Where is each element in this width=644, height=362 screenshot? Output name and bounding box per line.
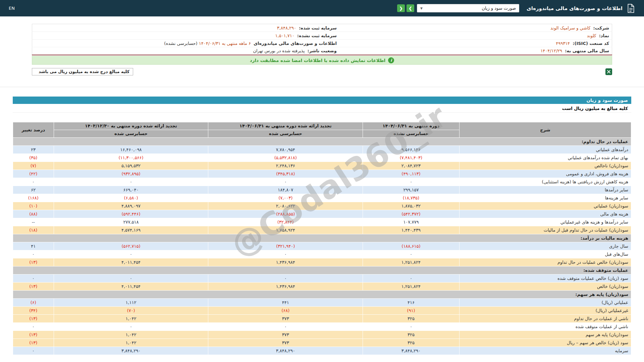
section-header-label: هزینه مالیات بر درآمد:	[13, 234, 631, 242]
value-restated-annual: ۳,۸۴۸,۲۹۰	[54, 347, 208, 355]
value-restated-annual: ۴,۸۸۹,۰۹۷	[54, 202, 208, 210]
value-restated-interim: ۳,۸۴۸,۲۹۰	[208, 347, 363, 355]
value-current-period: ۱,۸۷۵,۰۳۲	[363, 202, 460, 210]
value-restated-annual: (۹۳۲,۸۹۵)	[54, 170, 208, 178]
value-restated-interim: (۵,۵۳۲,۸۱۸)	[208, 154, 363, 162]
income-statement-section: صورت سود و زیان کلیه مبالغ به میلیون ریا…	[13, 97, 631, 355]
value-current-period: ۳۲۵	[363, 339, 460, 347]
value-restated-annual: (۷۰)	[54, 306, 208, 314]
table-header: شرح دوره منتهی به ۱۴۰۴/۰۶/۳۱ تجدید ارائه…	[13, 122, 631, 137]
value-restated-interim: ۳۷۳	[208, 339, 363, 347]
col-header-restated-annual: تجدید ارائه شده دوره منتهی به ۱۴۰۳/۱۲/۳۰	[54, 122, 208, 130]
row-label: سال‌های قبل	[459, 250, 631, 258]
value-percent-change: ۴۱	[13, 242, 54, 250]
value-restated-interim: ۷,۷۸۰,۹۵۴	[208, 145, 363, 154]
value-restated-interim: (۶۸)	[208, 306, 363, 314]
value-restated-annual: (۵۹۲,۴۴۶)	[54, 210, 208, 218]
row-label: غیرعملیاتي (ریال)	[459, 306, 631, 314]
section-header-row: سود(زیان) پایه هر سهم:	[13, 290, 631, 298]
isic-label: کد صنعت (ISIC):	[573, 41, 609, 46]
table-row: بهای تمام شده درآمدهای عملیاتي(۷,۴۸۱,۴۰۳…	[13, 154, 631, 162]
section-header-label: عملیات در حال تداوم:	[13, 137, 631, 145]
value-restated-interim: ۳۷۳	[208, 330, 363, 339]
col-subheader-audit-current: حسابرسی نشده	[363, 130, 460, 137]
value-restated-annual: ۰	[54, 178, 208, 186]
next-statement-button[interactable]: ❯	[407, 4, 414, 12]
row-label: هزینه کاهش ارزش دریافتنی ها (هزینه استثن…	[459, 178, 631, 186]
value-current-period: ۱۰۷,۷۷۹	[363, 218, 460, 226]
row-label: هزینه های فروش، اداری و عمومی	[459, 170, 631, 178]
value-restated-annual: ۴,۵۷۴,۱۶۹	[54, 226, 208, 234]
info-icon: i	[388, 57, 394, 63]
value-percent-change: ۰	[13, 322, 54, 330]
table-row: سود (زیان) خالص عملیات متوقف شده۰۰۰۰	[13, 274, 631, 282]
value-restated-annual: ۱,۰۴۲	[54, 314, 208, 322]
statement-title-bar: صورت سود و زیان	[13, 97, 631, 104]
company-info-table: شرکت: کاشي و سراميک الوند سرمایه ثبت شده…	[32, 24, 612, 55]
period-info-value: ۶ ماهه منتهی به ۱۴۰۴/۰۶/۳۱	[199, 41, 251, 46]
value-percent-change: (۱۸)	[13, 226, 54, 234]
fiscal-year-label: سال مالی منتهی به:	[565, 48, 609, 53]
prev-statement-button[interactable]: ❮	[397, 4, 405, 12]
company-value: کاشي و سراميک الوند	[550, 25, 590, 31]
value-current-period: ۳۲۵	[363, 330, 460, 339]
table-row: سرمایه۳,۸۴۸,۲۹۰۳,۸۴۸,۲۹۰۳,۸۴۸,۲۹۰۰	[13, 347, 631, 355]
table-row: سود(زیان) خالص عملیات در حال تداوم۱,۲۵۱,…	[13, 258, 631, 266]
section-header-row: عملیات متوقف شده:	[13, 266, 631, 274]
col-subheader-audit-interim: حسابرسی شده	[208, 130, 363, 137]
income-statement-table: شرح دوره منتهی به ۱۴۰۴/۰۶/۳۱ تجدید ارائه…	[13, 122, 631, 355]
row-label: هزینه های مالی	[459, 210, 631, 218]
info-row-symbol: نماد: کلوند سرمایه ثبت نشده: ۱,۵۰۱,۷۱۰	[32, 32, 612, 40]
value-percent-change: (۷)	[13, 162, 54, 170]
section-header-row: عملیات در حال تداوم:	[13, 137, 631, 145]
row-label: سود (زیان) خالص هر سهم – ریال	[459, 339, 631, 347]
unregistered-capital-label: سرمایه ثبت نشده:	[297, 33, 337, 38]
value-restated-interim: (۲۸۸,۸۵۵)	[208, 210, 363, 218]
table-row: سود (زیان) خالص هر سهم – ریال۳۲۵۳۷۳۱,۰۴۲…	[13, 339, 631, 347]
info-row-fiscal-year: سال مالی منتهی به: ۱۴۰۴/۱۲/۲۹ وضعیت ناشر…	[32, 47, 612, 55]
value-current-period: (۵۴۲,۳۷۲)	[363, 210, 460, 218]
value-percent-change: (۳۴)	[13, 306, 54, 314]
section-header-label: سود(زیان) پایه هر سهم:	[13, 290, 631, 298]
info-row-isic: کد صنعت (ISIC): ۴۹۹۳۱۴ اطلاعات و صورت‌ها…	[32, 40, 612, 47]
value-restated-annual: ۱,۰۴۲	[54, 339, 208, 347]
value-restated-annual: ۰	[54, 322, 208, 330]
row-label: سایر درآمدها و هزینه های غیرعملیاتي	[459, 218, 631, 226]
statement-select[interactable]: صورت سود و زیان ▼	[417, 4, 519, 12]
col-subheader-audit-annual: حسابرسی شده	[54, 130, 208, 137]
col-header-current-period: دوره منتهی به ۱۴۰۴/۰۶/۳۱	[363, 122, 460, 130]
excel-export-icon[interactable]	[605, 68, 612, 75]
value-restated-interim: ۱,۴۳۶,۹۸۴	[208, 258, 363, 266]
symbol-label: نماد:	[599, 33, 609, 38]
value-current-period: ۱,۴۴۰,۴۳۹	[363, 226, 460, 234]
value-restated-annual: (۶,۵۸۰)	[54, 194, 208, 202]
table-row: سود(زیان) پایه هر سهم۳۲۵۳۷۳۱,۰۴۲(۱۳)	[13, 330, 631, 339]
value-restated-interim: ۲,۰۸۰,۶۲۲	[208, 202, 363, 210]
section-header-label: عملیات متوقف شده:	[13, 266, 631, 274]
value-percent-change: (۴۲)	[13, 170, 54, 178]
col-header-restated-interim: تجدید ارائه شده دوره منتهی به ۱۴۰۳/۰۶/۳۱	[208, 122, 363, 130]
table-row: غیرعملیاتي (ریال)(۹۱)(۶۸)(۷۰)(۳۴)	[13, 306, 631, 314]
table-row: سایر درآمدها۲۹۹,۱۵۷۱۸۴,۸۰۷۶۶۹,۰۴۰۶۲	[13, 186, 631, 194]
table-row: هزینه کاهش ارزش دریافتنی ها (هزینه استثن…	[13, 178, 631, 186]
row-label: سرمایه	[459, 347, 631, 355]
value-restated-interim: ۰	[208, 178, 363, 186]
amounts-unit-note: کلیه مبالغ درج شده به میلیون ریال می باش…	[32, 68, 133, 75]
registered-capital-label: سرمایه ثبت شده:	[299, 25, 337, 31]
section-header-row: هزینه مالیات بر درآمد:	[13, 234, 631, 242]
value-current-period: ۰	[363, 250, 460, 258]
row-label: سود(زیان) پایه هر سهم	[459, 330, 631, 339]
isic-value: ۴۹۹۳۱۴	[556, 41, 570, 46]
value-percent-change: (۱۰)	[13, 202, 54, 210]
language-toggle-en[interactable]: EN	[9, 6, 15, 11]
value-current-period: ۹,۵۶۶,۱۲۶	[363, 145, 460, 154]
value-percent-change: ۲۳	[13, 145, 54, 154]
value-restated-interim: (۷,۰۰۳)	[208, 194, 363, 202]
value-restated-annual: ۱,۰۴۲	[54, 330, 208, 339]
value-restated-annual: ۴,۰۱۱,۴۵۴	[54, 282, 208, 290]
symbol-value: کلوند	[587, 33, 596, 38]
value-percent-change: (۱۶۸)	[13, 194, 54, 202]
value-current-period: ۰	[363, 274, 460, 282]
value-restated-annual: ۵,۱۵۹,۵۳۲	[54, 162, 208, 170]
fiscal-year-value: ۱۴۰۴/۱۲/۲۹	[540, 48, 562, 53]
